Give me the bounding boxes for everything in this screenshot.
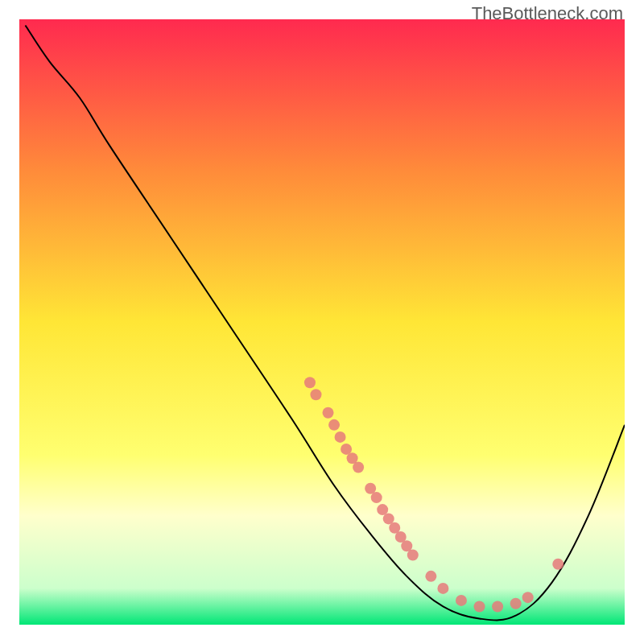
data-point [510, 598, 522, 609]
data-point [371, 492, 382, 503]
data-point [456, 595, 467, 606]
data-point [310, 389, 321, 400]
plot-area [19, 19, 625, 625]
data-point [304, 377, 316, 388]
data-point [474, 601, 485, 612]
data-point [323, 407, 334, 419]
scatter-points [304, 377, 564, 612]
data-point [425, 571, 436, 582]
data-point [328, 419, 340, 431]
main-curve [26, 26, 625, 621]
data-point [353, 461, 364, 473]
data-point [492, 601, 503, 612]
curve-overlay [19, 19, 625, 625]
data-point [552, 559, 564, 570]
chart-container: TheBottleneck.com [0, 0, 644, 644]
data-point [407, 550, 419, 561]
data-point [335, 431, 346, 443]
data-point [522, 592, 534, 603]
data-point [437, 583, 448, 594]
